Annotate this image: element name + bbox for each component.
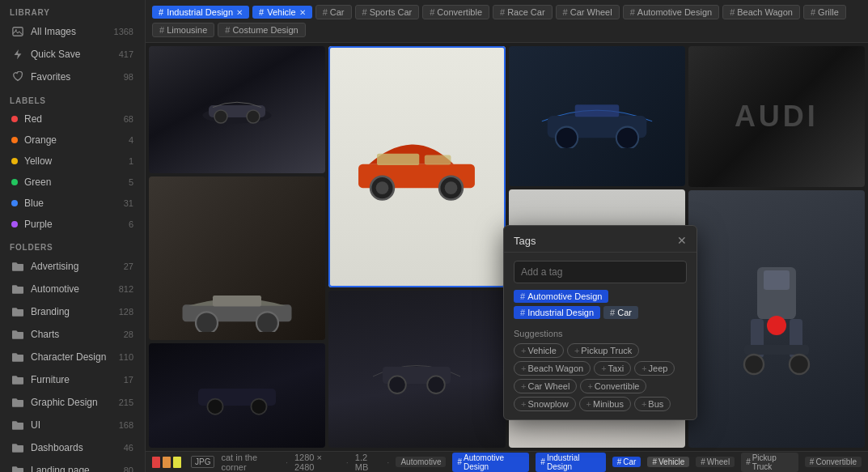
- sidebar-count: 68: [124, 114, 133, 124]
- remove-tag-icon[interactable]: ✕: [236, 8, 243, 17]
- dialog-header: Tags ✕: [504, 226, 697, 253]
- image-item[interactable]: [149, 343, 325, 448]
- hash: #: [746, 457, 751, 466]
- sidebar-label-purple[interactable]: Purple 6: [3, 215, 142, 234]
- svg-point-12: [252, 398, 267, 414]
- folder-label: Furniture: [31, 374, 121, 385]
- sidebar-label-green[interactable]: Green 5: [3, 172, 142, 192]
- selected-tag-car[interactable]: # Car: [603, 306, 638, 319]
- hash-symbol: #: [610, 308, 615, 317]
- suggestion-beach-wagon[interactable]: + Beach Wagon: [514, 361, 591, 376]
- status-tag-convertible[interactable]: # Convertible: [805, 457, 862, 467]
- separator: ·: [286, 457, 288, 467]
- sidebar-folder-charts[interactable]: Charts 28: [3, 324, 142, 345]
- sidebar-count: 98: [124, 72, 133, 82]
- active-tag-label: Industrial Design: [167, 7, 233, 17]
- hash-symbol: #: [500, 7, 505, 17]
- suggestion-convertible[interactable]: + Convertible: [580, 379, 646, 393]
- sidebar-label-blue[interactable]: Blue 31: [3, 193, 142, 213]
- sidebar-label-orange[interactable]: Orange 4: [3, 130, 142, 150]
- svg-point-5: [247, 110, 260, 123]
- image-item-selected[interactable]: [328, 46, 505, 287]
- filter-tag-car-wheel[interactable]: # Car Wheel: [556, 5, 620, 19]
- hash-symbol: #: [323, 7, 328, 17]
- hash: #: [457, 457, 462, 466]
- filter-tag-limousine[interactable]: # Limousine: [152, 23, 214, 37]
- status-tag-folder[interactable]: Automotive: [396, 457, 446, 467]
- image-item[interactable]: [509, 46, 685, 186]
- sidebar-folder-ui[interactable]: UI 168: [3, 415, 142, 436]
- plus-icon: +: [521, 399, 526, 409]
- dialog-body: # Automotive Design # Industrial Design …: [504, 253, 697, 419]
- tag-label: Automotive Design: [527, 291, 602, 301]
- hash-symbol: #: [159, 25, 164, 35]
- filter-tag-automotive-design[interactable]: # Automotive Design: [623, 5, 719, 19]
- image-item[interactable]: [328, 291, 505, 448]
- sidebar-item-all-images[interactable]: All Images 1368: [3, 21, 142, 42]
- suggestion-car-wheel[interactable]: + Car Wheel: [514, 379, 577, 393]
- filter-tag-beach-wagon[interactable]: # Beach Wagon: [722, 5, 800, 19]
- remove-tag-icon[interactable]: ✕: [299, 8, 306, 17]
- filter-tag-convertible[interactable]: # Convertible: [422, 5, 489, 19]
- folder-count: 80: [124, 466, 133, 472]
- filter-tag-race-car[interactable]: # Race Car: [493, 5, 553, 19]
- selected-tag-automotive[interactable]: # Automotive Design: [514, 290, 608, 303]
- sidebar-item-quick-save[interactable]: Quick Save 417: [3, 44, 142, 65]
- selected-tag-industrial[interactable]: # Industrial Design: [514, 306, 600, 319]
- color-swatch-red: [152, 457, 160, 468]
- hash-symbol: #: [563, 7, 568, 17]
- suggestion-vehicle[interactable]: + Vehicle: [514, 343, 564, 358]
- image-item[interactable]: [688, 190, 865, 448]
- suggestion-taxi[interactable]: + Taxi: [594, 361, 631, 376]
- status-tag-vehicle[interactable]: # Vehicle: [647, 457, 689, 467]
- suggestion-jeep[interactable]: + Jeep: [634, 361, 675, 376]
- sidebar-folder-automotive[interactable]: Automotive 812: [3, 279, 142, 300]
- folder-count: 46: [124, 443, 133, 453]
- status-tag-wheel[interactable]: # Wheel: [696, 457, 735, 467]
- file-size: 1.2 MB: [355, 453, 381, 472]
- svg-point-17: [445, 181, 458, 194]
- sidebar-label-yellow[interactable]: Yellow 1: [3, 151, 142, 171]
- filter-tag-grille[interactable]: # Grille: [803, 5, 846, 19]
- hash: #: [617, 457, 622, 466]
- tag-label: Industrial Design: [527, 308, 594, 317]
- suggestion-snowplow[interactable]: + Snowplow: [514, 397, 576, 411]
- svg-point-40: [790, 355, 809, 374]
- svg-point-4: [214, 110, 227, 123]
- status-tag-pickup-truck[interactable]: # Pickup Truck: [741, 453, 798, 472]
- status-tag-car[interactable]: # Car: [612, 457, 641, 467]
- plus-icon: +: [601, 364, 606, 373]
- sidebar-folder-dashboards[interactable]: Dashboards 46: [3, 437, 142, 458]
- suggestion-bus[interactable]: + Bus: [634, 397, 671, 411]
- filter-tag-car[interactable]: # Car: [315, 5, 352, 19]
- filter-tag-sports-car[interactable]: # Sports Car: [355, 5, 420, 19]
- hash: #: [810, 457, 815, 466]
- suggestion-minibus[interactable]: + Minibus: [579, 397, 631, 411]
- status-tag-automotive-design[interactable]: # Automotive Design: [452, 453, 529, 472]
- sidebar-label-red[interactable]: Red 68: [3, 109, 142, 129]
- active-tag-industrial-design[interactable]: # Industrial Design ✕: [152, 6, 249, 19]
- image-item[interactable]: AUDI: [688, 46, 865, 187]
- dialog-close-button[interactable]: ✕: [677, 234, 687, 247]
- svg-rect-38: [744, 345, 809, 355]
- image-item[interactable]: [149, 176, 325, 341]
- folder-label: Character Design: [31, 351, 116, 363]
- add-tag-input[interactable]: [514, 261, 687, 283]
- sidebar-folder-branding[interactable]: Branding 128: [3, 301, 142, 322]
- sidebar-folder-furniture[interactable]: Furniture 17: [3, 369, 142, 390]
- sidebar-folder-character-design[interactable]: Character Design 110: [3, 347, 142, 368]
- plus-icon: +: [641, 399, 646, 409]
- svg-point-22: [428, 376, 446, 393]
- sidebar-folder-graphic-design[interactable]: Graphic Design 215: [3, 392, 142, 413]
- hash-symbol: #: [430, 7, 434, 17]
- sidebar-folder-landing-page[interactable]: Landing page 80: [3, 460, 142, 472]
- image-item[interactable]: [149, 46, 325, 173]
- suggestion-pickup-truck[interactable]: + Pickup Truck: [567, 343, 639, 358]
- file-name: cat in the corner: [221, 453, 278, 472]
- folder-icon: [11, 283, 24, 296]
- filter-tag-costume-design[interactable]: # Costume Design: [218, 23, 305, 37]
- sidebar-item-favorites[interactable]: Favorites 98: [3, 66, 142, 87]
- status-tag-industrial-design[interactable]: # Industrial Design: [536, 453, 605, 472]
- sidebar-folder-advertising[interactable]: Advertising 27: [3, 256, 142, 277]
- active-tag-vehicle[interactable]: # Vehicle ✕: [252, 6, 312, 19]
